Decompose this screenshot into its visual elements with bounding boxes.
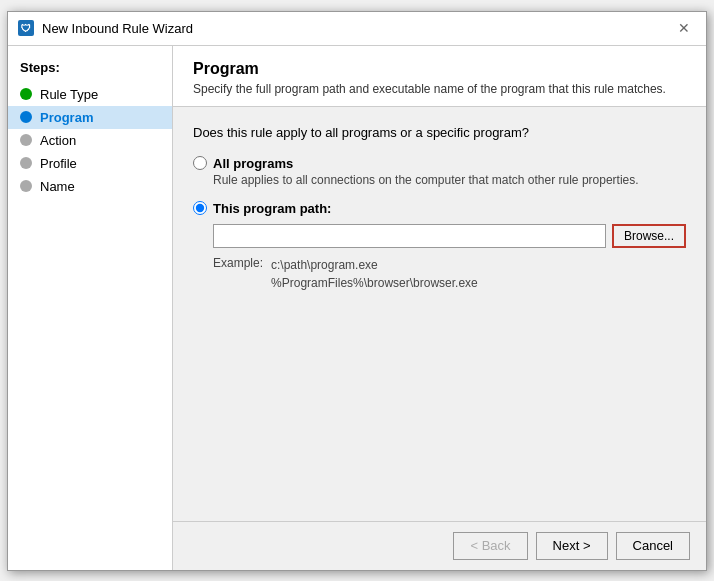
all-programs-radio[interactable]: [193, 156, 207, 170]
this-program-row: This program path:: [193, 201, 686, 216]
sidebar: Steps: Rule Type Program Action Profile …: [8, 46, 173, 570]
shield-icon: 🛡: [18, 20, 34, 36]
example-label: Example:: [213, 256, 263, 292]
step-dot-program: [20, 111, 32, 123]
main-area: Program Specify the full program path an…: [173, 46, 706, 570]
cancel-button[interactable]: Cancel: [616, 532, 690, 560]
option-this-program: This program path: Browse... Example: c:…: [193, 201, 686, 292]
all-programs-desc: Rule applies to all connections on the c…: [213, 173, 686, 187]
sidebar-item-name[interactable]: Name: [8, 175, 172, 198]
step-dot-profile: [20, 157, 32, 169]
sidebar-item-program[interactable]: Program: [8, 106, 172, 129]
next-button[interactable]: Next >: [536, 532, 608, 560]
step-dot-rule-type: [20, 88, 32, 100]
sidebar-item-profile[interactable]: Profile: [8, 152, 172, 175]
browse-button[interactable]: Browse...: [612, 224, 686, 248]
step-label-action: Action: [40, 133, 76, 148]
step-label-name: Name: [40, 179, 75, 194]
option-all-programs: All programs Rule applies to all connect…: [193, 156, 686, 187]
sidebar-item-rule-type[interactable]: Rule Type: [8, 83, 172, 106]
close-button[interactable]: ✕: [672, 18, 696, 38]
all-programs-row: All programs: [193, 156, 686, 171]
window-title: New Inbound Rule Wizard: [42, 21, 193, 36]
main-header: Program Specify the full program path an…: [173, 46, 706, 107]
title-bar-left: 🛡 New Inbound Rule Wizard: [18, 20, 193, 36]
this-program-radio[interactable]: [193, 201, 207, 215]
all-programs-label[interactable]: All programs: [213, 156, 293, 171]
steps-label: Steps:: [8, 56, 172, 83]
program-path-input[interactable]: [213, 224, 606, 248]
dialog-window: 🛡 New Inbound Rule Wizard ✕ Steps: Rule …: [7, 11, 707, 571]
sidebar-item-action[interactable]: Action: [8, 129, 172, 152]
step-label-program: Program: [40, 110, 93, 125]
this-program-label[interactable]: This program path:: [213, 201, 331, 216]
radio-group: All programs Rule applies to all connect…: [193, 156, 686, 292]
dialog-footer: < Back Next > Cancel: [173, 521, 706, 570]
step-label-rule-type: Rule Type: [40, 87, 98, 102]
path-row: Browse...: [213, 224, 686, 248]
dialog-content: Steps: Rule Type Program Action Profile …: [8, 46, 706, 570]
step-dot-name: [20, 180, 32, 192]
step-dot-action: [20, 134, 32, 146]
example-text: Example: c:\path\program.exe%ProgramFile…: [213, 256, 686, 292]
main-description: Specify the full program path and execut…: [193, 82, 686, 96]
question-text: Does this rule apply to all programs or …: [193, 125, 686, 140]
main-title: Program: [193, 60, 686, 78]
example-value: c:\path\program.exe%ProgramFiles%\browse…: [271, 256, 478, 292]
main-body: Does this rule apply to all programs or …: [173, 107, 706, 521]
step-label-profile: Profile: [40, 156, 77, 171]
title-bar: 🛡 New Inbound Rule Wizard ✕: [8, 12, 706, 46]
back-button[interactable]: < Back: [453, 532, 527, 560]
